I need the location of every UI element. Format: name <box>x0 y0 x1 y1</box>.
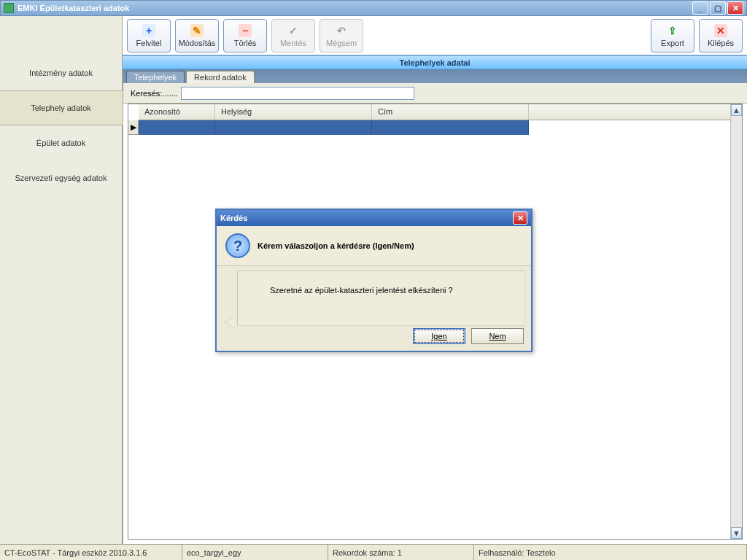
check-icon: ✓ <box>287 24 300 37</box>
status-app: CT-EcoSTAT - Tárgyi eszköz 2010.3.1.6 <box>0 545 182 560</box>
status-user: Felhasználó: Tesztelo <box>474 545 747 560</box>
grid-header: Azonosító Helyiség Cím <box>139 104 742 120</box>
scroll-down-button[interactable]: ▼ <box>731 527 742 539</box>
vertical-scrollbar[interactable]: ▲ ▼ <box>730 104 742 539</box>
sidebar-item-label: Intézmény adatok <box>29 69 93 77</box>
yes-button[interactable]: Igen <box>413 328 465 344</box>
modositas-button[interactable]: ✎ Módosítás <box>175 19 219 52</box>
export-icon: ⇪ <box>666 24 679 37</box>
titlebar: EMKI Épületkataszteri adatok _ ▢ ✕ <box>0 0 747 16</box>
sidebar: Intézmény adatok Telephely adatok Épület… <box>0 16 123 544</box>
dialog-message: Szeretné az épület-kataszteri jelentést … <box>237 271 525 326</box>
toolbar-label: Módosítás <box>179 39 216 47</box>
plus-icon: + <box>142 24 155 37</box>
column-header-azonosito[interactable]: Azonosító <box>139 104 215 120</box>
sidebar-item-label: Szervezeti egység adatok <box>15 174 107 182</box>
tab-strip: Telephelyek Rekord adatok <box>123 69 747 83</box>
grid-body: ▶ <box>128 120 742 135</box>
question-dialog: Kérdés ✕ ? Kérem válaszoljon a kérdésre … <box>215 209 533 352</box>
cell-azonosito <box>139 120 215 135</box>
close-button[interactable]: ✕ <box>727 1 743 15</box>
dialog-titlebar: Kérdés ✕ <box>217 210 531 226</box>
row-indicator-icon: ▶ <box>128 120 139 135</box>
felvitel-button[interactable]: + Felvitel <box>127 19 171 52</box>
cell-cim <box>372 120 529 135</box>
tab-rekord-adatok[interactable]: Rekord adatok <box>186 71 255 83</box>
question-icon: ? <box>225 233 250 258</box>
maximize-button[interactable]: ▢ <box>710 1 726 15</box>
section-title: Telephelyek adatai <box>399 58 470 67</box>
edit-icon: ✎ <box>190 24 204 37</box>
sidebar-item-intezmeny[interactable]: Intézmény adatok <box>0 55 122 90</box>
sidebar-item-telephely[interactable]: Telephely adatok <box>0 90 123 125</box>
status-bar: CT-EcoSTAT - Tárgyi eszköz 2010.3.1.6 ec… <box>0 544 747 560</box>
toolbar-label: Mentés <box>280 39 306 47</box>
megsem-button: ↶ Mégsem <box>320 19 363 52</box>
cell-helyiseg <box>215 120 372 135</box>
sidebar-item-epulet[interactable]: Épület adatok <box>0 125 122 160</box>
sidebar-item-label: Telephely adatok <box>31 104 91 112</box>
export-button[interactable]: ⇪ Export <box>651 19 694 52</box>
sidebar-item-szervezeti[interactable]: Szervezeti egység adatok <box>0 160 122 195</box>
toolbar-label: Kilépés <box>708 39 734 47</box>
search-input[interactable] <box>181 87 414 100</box>
column-header-helyiseg[interactable]: Helyiség <box>215 104 372 120</box>
sidebar-item-label: Épület adatok <box>36 139 85 147</box>
status-db: eco_targyi_egy <box>182 545 328 560</box>
section-header: Telephelyek adatai <box>123 55 747 69</box>
search-row: Keresés:....... <box>123 83 747 104</box>
app-icon <box>4 3 14 13</box>
minus-icon: − <box>239 24 252 37</box>
search-label: Keresés:....... <box>131 89 178 98</box>
window-title: EMKI Épületkataszteri adatok <box>18 4 692 12</box>
tab-label: Rekord adatok <box>194 73 247 82</box>
toolbar-label: Felvitel <box>136 39 162 47</box>
toolbar-label: Mégsem <box>326 39 357 47</box>
scroll-up-button[interactable]: ▲ <box>731 104 742 116</box>
toolbar-label: Törlés <box>234 39 257 47</box>
dialog-header-row: ? Kérem válaszoljon a kérdésre (Igen/Nem… <box>217 226 531 266</box>
window-controls: _ ▢ ✕ <box>692 1 743 15</box>
button-label: Nem <box>489 332 506 341</box>
dialog-heading: Kérem válaszoljon a kérdésre (Igen/Nem) <box>258 241 414 250</box>
undo-icon: ↶ <box>335 24 348 37</box>
tab-telephelyek[interactable]: Telephelyek <box>126 71 185 83</box>
toolbar-label: Export <box>661 39 684 47</box>
column-label: Cím <box>378 107 392 116</box>
status-records: Rekordok száma: 1 <box>328 545 474 560</box>
button-label: Igen <box>431 332 446 341</box>
kilepes-button[interactable]: ✕ Kilépés <box>699 19 743 52</box>
dialog-close-button[interactable]: ✕ <box>513 211 527 225</box>
mentes-button: ✓ Mentés <box>271 19 315 52</box>
column-label: Helyiség <box>221 107 252 116</box>
scroll-track[interactable] <box>731 116 742 527</box>
torles-button[interactable]: − Törlés <box>223 19 267 52</box>
minimize-button[interactable]: _ <box>692 1 708 15</box>
column-header-cim[interactable]: Cím <box>372 104 529 120</box>
table-row[interactable] <box>139 120 529 135</box>
tab-label: Telephelyek <box>134 73 177 82</box>
no-button[interactable]: Nem <box>471 328 524 344</box>
dialog-button-row: Igen Nem <box>217 326 531 351</box>
column-label: Azonosító <box>144 107 180 116</box>
dialog-title: Kérdés <box>220 214 513 222</box>
exit-icon: ✕ <box>714 24 727 37</box>
